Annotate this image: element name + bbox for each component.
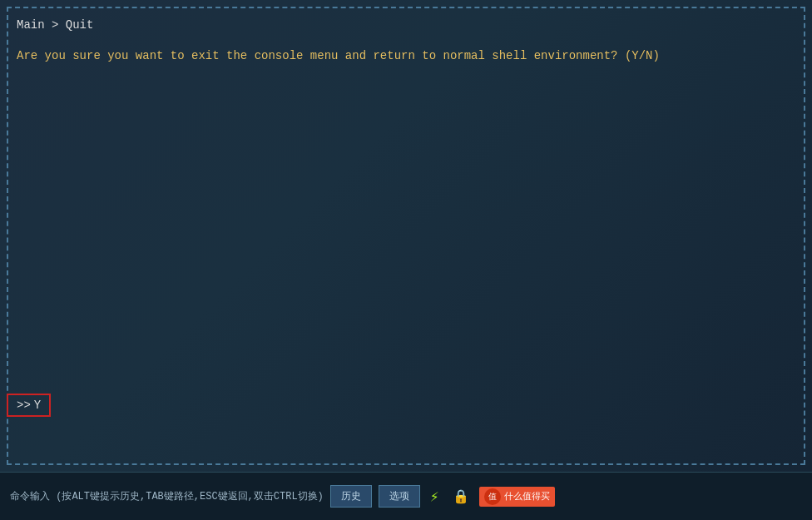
watermark-text: 什么值得买 <box>504 490 550 503</box>
input-prompt: >> <box>17 399 31 412</box>
options-button[interactable]: 选项 <box>379 485 420 508</box>
watermark-icon: 值 <box>484 488 501 505</box>
terminal-area: Main > Quit Are you sure you want to exi… <box>0 0 812 472</box>
bottom-bar: 命令输入 (按ALT键提示历史,TAB键路径,ESC键返回,双击CTRL切换) … <box>0 472 812 520</box>
prompt-text: Are you sure you want to exit the consol… <box>17 47 795 65</box>
watermark: 值 什么值得买 <box>479 487 555 507</box>
command-hint: 命令输入 (按ALT键提示历史,TAB键路径,ESC键返回,双击CTRL切换) <box>10 489 324 503</box>
lock-icon: 🔒 <box>453 488 469 505</box>
input-box-area[interactable]: >> Y <box>7 394 51 417</box>
history-button[interactable]: 历史 <box>330 485 372 508</box>
breadcrumb: Main > Quit <box>17 15 795 32</box>
terminal-content: Main > Quit Are you sure you want to exi… <box>17 15 795 455</box>
input-value: Y <box>34 399 41 412</box>
lightning-icon: ⚡ <box>430 488 439 506</box>
